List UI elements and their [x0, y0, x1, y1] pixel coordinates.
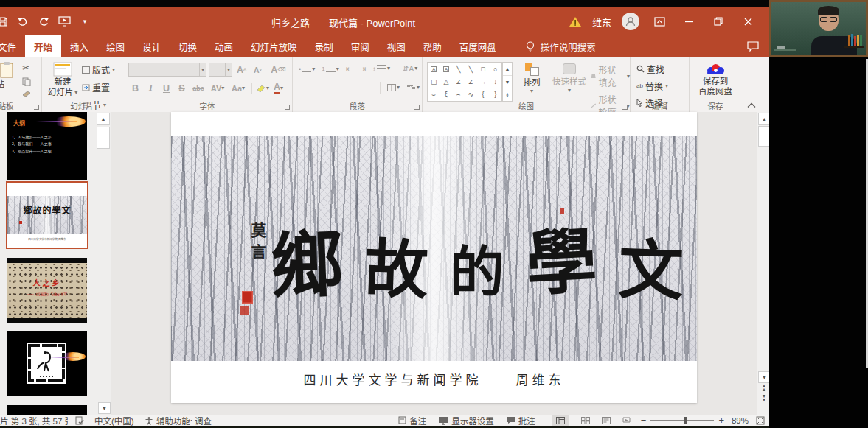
font-size-combo[interactable]: ▾ [209, 63, 232, 77]
shape-oval-icon[interactable]: ○ [493, 66, 497, 73]
align-right-icon[interactable] [331, 85, 341, 91]
paste-button[interactable]: 粘贴 [0, 61, 19, 89]
shape-fill-button[interactable]: 形状填充▾ [591, 63, 630, 88]
tab-home[interactable]: 开始 [25, 35, 61, 57]
warning-icon[interactable] [569, 16, 582, 27]
shape-rect-icon[interactable]: □ [481, 66, 485, 73]
shape-line-icon[interactable]: ╲ [456, 66, 460, 73]
shape-wave-icon[interactable]: ∿ [468, 91, 474, 98]
font-color-button[interactable]: A▾ [271, 81, 285, 95]
shape-scribble-icon[interactable]: ξ [445, 91, 448, 98]
slide-thumbnail-1[interactable]: 大纲 1、人与故乡——人之乡 2、我与我们——人之事 3、观点提升——人之根 [7, 112, 87, 180]
notes-toggle[interactable]: 备注 [398, 415, 426, 427]
slide-counter[interactable]: 幻灯片 第 3 张, 共 57 张 [0, 415, 68, 427]
font-dialog-launcher[interactable] [285, 105, 290, 110]
save-to-baidu-button[interactable]: 保存到 百度网盘 [693, 63, 737, 97]
shape-connector-icon[interactable]: Z [456, 78, 461, 85]
shape-connector2-icon[interactable]: Z [469, 78, 473, 85]
underline-button[interactable]: U [159, 81, 173, 95]
language-status[interactable]: 中文(中国) [94, 415, 134, 427]
find-button[interactable]: 查找 [636, 63, 668, 75]
decrease-indent-icon[interactable]: ⇤ [346, 64, 353, 74]
quick-styles-button[interactable]: 快速样式 ▾ [548, 63, 591, 94]
columns-button[interactable]: ▾ [387, 84, 400, 91]
shrink-font-button[interactable]: A˅ [251, 63, 265, 77]
font-name-combo[interactable]: ▾ [128, 63, 206, 77]
close-button[interactable] [738, 12, 757, 31]
shape-triangle-icon[interactable]: △ [444, 78, 449, 85]
cut-icon[interactable]: ✂ [22, 63, 31, 73]
increase-indent-icon[interactable]: ⇥ [359, 64, 366, 74]
thumb-scroll-down-button[interactable]: ▼ [98, 402, 111, 414]
drawing-dialog-launcher[interactable] [622, 105, 628, 110]
grow-font-button[interactable]: A˄ [235, 63, 249, 77]
shape-textbox-icon[interactable]: A [431, 66, 437, 72]
tab-insert[interactable]: 插入 [61, 35, 97, 57]
thumb-scrollbar-thumb[interactable] [97, 127, 110, 149]
redo-icon[interactable] [37, 15, 50, 28]
numbering-button[interactable]: 1▾ [322, 66, 338, 72]
tab-draw[interactable]: 绘图 [97, 35, 133, 57]
reset-button[interactable]: 重置 [82, 81, 115, 94]
shape-brace-left-icon[interactable]: { [482, 91, 484, 98]
character-spacing-button[interactable]: AV▾ [208, 81, 227, 95]
gallery-more-icon[interactable]: ⇟ [503, 88, 512, 101]
format-painter-icon[interactable] [22, 91, 31, 98]
distribute-icon[interactable] [364, 85, 373, 91]
comments-button[interactable] [747, 35, 759, 57]
italic-button[interactable]: I [144, 81, 158, 95]
gallery-up-icon[interactable]: ▲ [503, 63, 512, 76]
zoom-slider[interactable] [650, 420, 714, 421]
tab-view[interactable]: 视图 [378, 35, 414, 57]
webcam-overlay[interactable] [769, 0, 868, 57]
ribbon-display-options-button[interactable] [650, 12, 669, 31]
justify-icon[interactable] [347, 85, 357, 91]
restore-button[interactable] [709, 12, 728, 31]
slide-thumbnail-3[interactable]: 人之乡 ——《红高粱》与故乡书写 [7, 258, 87, 323]
tab-file[interactable]: 文件 [0, 35, 25, 57]
zoom-slider-handle[interactable] [684, 417, 687, 424]
copy-icon[interactable] [22, 77, 31, 86]
zoom-level[interactable]: 89% [732, 416, 749, 425]
tab-slideshow[interactable]: 幻灯片放映 [242, 35, 306, 57]
thumb-scroll-up-button[interactable]: ▲ [97, 113, 110, 125]
paragraph-dialog-launcher[interactable] [414, 105, 420, 110]
slide-thumbnail-2-selected[interactable]: 鄉故的學文 四川大学文学与新闻学院 周维东 [7, 183, 87, 248]
tell-me-search[interactable]: 操作说明搜索 [526, 35, 596, 57]
align-center-icon[interactable] [315, 85, 324, 91]
highlight-button[interactable]: ▾ [256, 81, 270, 95]
qat-customize-caret-icon[interactable]: ▾ [78, 15, 91, 28]
slide-thumbnail-4[interactable] [7, 331, 87, 396]
shape-arc-icon[interactable]: ⌣ [431, 91, 436, 99]
gallery-down-icon[interactable]: ▼ [503, 76, 512, 89]
user-name[interactable]: 维东 [592, 15, 611, 29]
tab-transitions[interactable]: 切换 [170, 35, 206, 57]
accessibility-status[interactable]: 辅助功能: 调查 [145, 415, 212, 427]
line-spacing-button[interactable]: ↕▾ [372, 65, 390, 73]
arrange-button[interactable]: 排列 ▾ [517, 63, 546, 95]
shape-gallery[interactable]: A A ╲ ╲ □ ○ ▢ △ Z Z → ↓ ⌣ ξ ⌢ ∿ { } [427, 62, 502, 102]
shape-brace-right-icon[interactable]: } [494, 91, 496, 98]
tab-baidu-netdisk[interactable]: 百度网盘 [451, 35, 505, 57]
slide-thumbnail-5[interactable] [7, 405, 87, 415]
zoom-out-button[interactable]: − [641, 415, 647, 426]
tab-record[interactable]: 录制 [306, 35, 342, 57]
view-reading-button[interactable] [602, 417, 611, 424]
undo-icon[interactable] [16, 15, 29, 28]
text-direction-button[interactable]: ⇵A▾ [403, 65, 417, 73]
zoom-in-button[interactable]: + [718, 415, 724, 426]
shape-roundrect-icon[interactable]: ▢ [431, 78, 437, 85]
current-slide[interactable]: 莫言 鄉 故 的 學 文 四川大学文学与新闻学院 周维东 [171, 112, 697, 403]
bold-button[interactable]: B [128, 81, 142, 95]
spellcheck-icon[interactable] [75, 416, 84, 425]
start-slideshow-icon[interactable] [58, 15, 71, 28]
shadow-button[interactable]: S [175, 81, 189, 95]
view-slide-sorter-button[interactable] [581, 417, 590, 424]
main-scrollbar-track[interactable] [757, 112, 770, 415]
clear-formatting-button[interactable]: A⌫ [271, 63, 285, 77]
view-slideshow-button[interactable] [622, 417, 631, 424]
tab-help[interactable]: 帮助 [414, 35, 451, 57]
change-case-button[interactable]: Aa▾ [229, 81, 248, 95]
convert-smartart-button[interactable]: ▾ [406, 84, 420, 92]
next-slide-button[interactable]: ▼▼ [759, 394, 769, 401]
